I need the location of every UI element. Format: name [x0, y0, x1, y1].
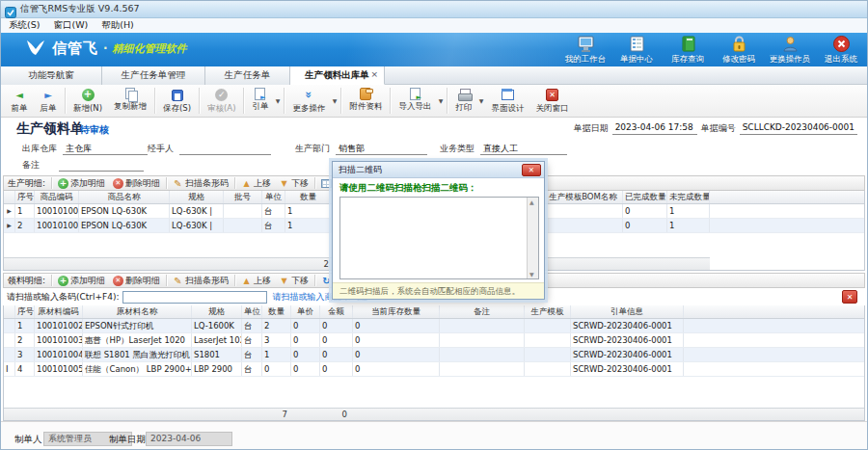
quick-action-doc-center[interactable]: 单据中心	[614, 35, 659, 66]
tab-function-nav[interactable]: 功能导航窗	[1, 66, 102, 85]
quick-action-workbench[interactable]: 我的工作台	[563, 35, 608, 66]
production-move-down-button[interactable]: ▼下移	[275, 177, 312, 190]
production-delete-row-button[interactable]: ✕删除明细	[109, 177, 164, 190]
quick-action-operator[interactable]: 更换操作员	[768, 35, 812, 66]
menu-help[interactable]: 帮助(H)	[101, 19, 134, 32]
new-button[interactable]: +新增(N)	[68, 87, 108, 115]
workbench-icon	[577, 35, 595, 53]
copy-new-button[interactable]: 复制新增	[108, 87, 152, 113]
toolbar-separator	[199, 88, 200, 114]
dialog-close-icon[interactable]: ✕	[522, 164, 541, 176]
application-window: 信管飞RMS专业版 V9.4.567 系统(S) 窗口(W) 帮助(H) 信管飞…	[0, 0, 868, 450]
move-up-icon: ▲	[241, 276, 252, 286]
next-doc-button[interactable]: ►后单	[34, 87, 63, 115]
app-logo: 信管飞 · 精细化管理软件	[24, 38, 187, 59]
doc-date-label: 单据日期	[574, 122, 609, 135]
make-date-label: 制单日期	[109, 434, 146, 446]
biztype-input[interactable]: 直接人工	[480, 143, 567, 155]
quick-actions: 我的工作台 单据中心 库存查询 修改密码	[563, 35, 863, 66]
scan-barcode-icon: ✎	[173, 178, 183, 189]
scrollbar[interactable]: ▲ ▼	[527, 198, 538, 278]
barcode-label: 请扫描或输入条码(Ctrl+F4):	[7, 291, 120, 304]
more-actions-button[interactable]: »更多操作▼	[286, 87, 339, 115]
scan-barcode-icon: ✎	[173, 276, 183, 286]
tab-production-task[interactable]: 生产任务单	[205, 66, 290, 85]
department-field: 生产部门 销售部	[295, 143, 427, 155]
document-center-icon	[628, 35, 646, 53]
close-window-icon: ✕	[546, 89, 558, 101]
close-icon[interactable]: ✕	[842, 290, 857, 304]
quick-action-exit[interactable]: 退出系统	[819, 35, 863, 66]
quick-action-inventory[interactable]: 库存查询	[665, 35, 710, 66]
save-button[interactable]: 保存(S)	[157, 87, 197, 115]
remark-field: 备注	[22, 159, 144, 172]
import-export-button[interactable]: 导入导出▼	[393, 87, 445, 113]
barcode-input[interactable]	[122, 291, 267, 304]
banner: 信管飞 · 精细化管理软件 我的工作台 单据中心 库存查询	[1, 33, 868, 66]
chevron-down-icon: ▼	[276, 97, 281, 104]
make-date-value: 2023-04-06	[146, 432, 232, 446]
production-scan-barcode-button[interactable]: ✎扫描条形码	[169, 177, 232, 190]
material-total-qty: 7	[257, 409, 287, 421]
material-move-up-button[interactable]: ▲上移	[237, 275, 275, 287]
pull-doc-button[interactable]: 引单▼	[246, 87, 282, 113]
chevron-down-icon: ▼	[479, 97, 484, 104]
delete-row-icon: ✕	[113, 276, 123, 286]
doc-no-value[interactable]: SCLLCKD-20230406-0001	[740, 122, 857, 135]
toolbar-separator	[65, 88, 66, 114]
handler-input[interactable]	[179, 143, 271, 155]
add-row-icon: +	[58, 276, 68, 286]
arrow-left-icon: ◄	[13, 88, 27, 102]
toolbar-separator	[154, 88, 155, 114]
maker-label: 制单人	[14, 434, 42, 446]
remark-input[interactable]	[59, 159, 144, 172]
logo-tagline: 精细化管理软件	[113, 41, 187, 56]
save-icon	[172, 90, 183, 101]
production-add-row-button[interactable]: +添加明细	[54, 177, 109, 190]
close-window-button[interactable]: ✕关闭窗口	[529, 87, 574, 115]
tab-material-outbound[interactable]: 生产领料出库单 ×	[290, 66, 385, 85]
doc-no-label: 单据编号	[701, 122, 736, 135]
approve-button[interactable]: ✓审核(A)	[202, 87, 241, 115]
qrcode-textarea[interactable]: ▲ ▼	[339, 197, 539, 279]
material-move-down-button[interactable]: ▼下移	[275, 275, 312, 287]
warehouse-input[interactable]: 主仓库	[63, 143, 148, 155]
quick-action-password[interactable]: 修改密码	[717, 35, 761, 66]
toolbar-separator	[284, 88, 285, 114]
prev-doc-button[interactable]: ◄前单	[5, 87, 34, 115]
handler-field: 经手人	[148, 143, 271, 155]
production-section-label: 生产明细:	[8, 177, 45, 190]
table-row[interactable]: I 4 100101005 佳能（Canon） LBP 2900+ 黑白激 LB…	[4, 362, 864, 377]
ui-design-button[interactable]: 界面设计	[485, 87, 529, 115]
attachment-button[interactable]: 附件资料	[343, 87, 388, 113]
print-button[interactable]: 打印▼	[449, 87, 485, 114]
move-up-icon: ▲	[241, 178, 252, 189]
menu-window[interactable]: 窗口(W)	[53, 19, 88, 32]
doc-date-value[interactable]: 2023-04-06 17:58	[612, 122, 697, 135]
production-move-up-button[interactable]: ▲上移	[237, 177, 275, 190]
biztype-field: 业务类型 直接人工	[440, 143, 567, 155]
scroll-down-icon[interactable]: ▼	[529, 271, 534, 278]
toolbar-separator	[447, 88, 448, 114]
table-row[interactable]: 2 100101003 惠普（HP）LaserJet 1020 LaserJet…	[4, 333, 864, 348]
table-row[interactable]: 3 100101004 联想 S1801 黑白激光打印机 S1801 台 1 0…	[4, 348, 864, 362]
window-titlebar[interactable]: 信管飞RMS专业版 V9.4.567	[1, 1, 868, 18]
material-section-label: 领料明细:	[8, 275, 45, 287]
approve-check-icon: ✓	[215, 89, 228, 101]
tab-production-task-mgmt[interactable]: 生产任务单管理	[102, 66, 205, 85]
department-input[interactable]: 销售部	[336, 143, 427, 155]
table-row[interactable]: 1 100101002 EPSON针式打印机 LQ-1600K 台 2 0 0 …	[4, 319, 864, 333]
material-scan-barcode-button[interactable]: ✎扫描条形码	[169, 275, 232, 287]
dialog-prompt: 请使用二维码扫描枪扫描二维码：	[333, 178, 544, 197]
print-icon	[457, 88, 471, 101]
row-marker-icon: ▶	[4, 219, 15, 232]
material-delete-row-button[interactable]: ✕删除明细	[109, 275, 164, 287]
material-add-row-button[interactable]: +添加明细	[54, 275, 109, 287]
logo-separator: ·	[103, 41, 108, 55]
tab-close-icon[interactable]: ×	[370, 69, 378, 79]
attachment-icon	[360, 88, 371, 100]
menu-system[interactable]: 系统(S)	[9, 19, 40, 32]
more-actions-icon: »	[302, 88, 316, 102]
scroll-up-icon[interactable]: ▲	[529, 199, 534, 205]
dialog-titlebar[interactable]: 扫描二维码 ✕	[333, 162, 544, 178]
